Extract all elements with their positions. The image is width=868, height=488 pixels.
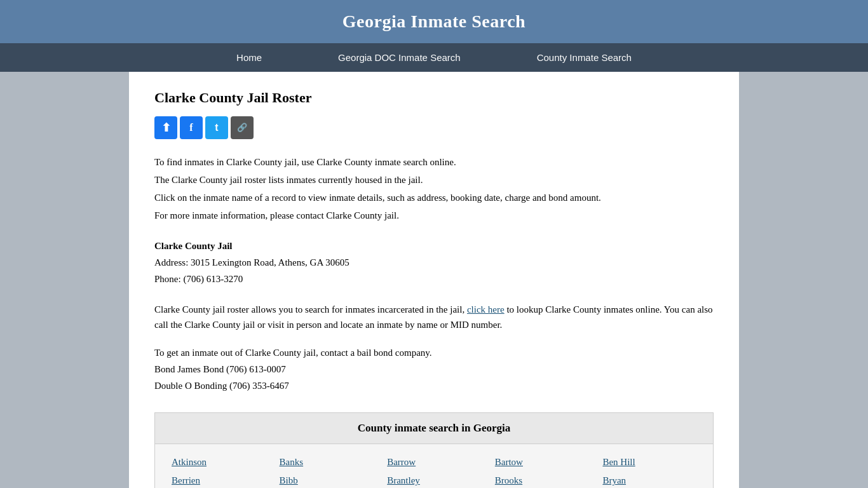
- county-grid: AtkinsonBanksBarrowBartowBen HillBerrien…: [155, 444, 713, 488]
- intro-line-4: For more inmate information, please cont…: [154, 208, 714, 223]
- app-header: Georgia Inmate Search: [0, 0, 868, 43]
- intro-line-1: To find inmates in Clarke County jail, u…: [154, 154, 714, 170]
- page-wrapper: Clarke County Jail Roster ⬆ f t 🔗 To fin…: [129, 72, 739, 488]
- county-link[interactable]: Banks: [276, 454, 377, 470]
- app-title: Georgia Inmate Search: [0, 11, 868, 32]
- intro-text: To find inmates in Clarke County jail, u…: [154, 154, 714, 223]
- county-link[interactable]: Bibb: [276, 473, 377, 488]
- county-link[interactable]: Bartow: [491, 454, 593, 470]
- county-link[interactable]: Bryan: [599, 473, 700, 488]
- bond-intro: To get an inmate out of Clarke County ja…: [154, 345, 714, 360]
- twitter-button[interactable]: t: [205, 116, 228, 139]
- click-here-link[interactable]: click here: [467, 304, 505, 315]
- jail-info: Clarke County Jail Address: 3015 Lexingt…: [154, 238, 714, 287]
- intro-line-3: Click on the inmate name of a record to …: [154, 190, 714, 205]
- bond-company-2: Double O Bonding (706) 353-6467: [154, 378, 714, 393]
- nav-county-search[interactable]: County Inmate Search: [499, 43, 670, 72]
- jail-phone: Phone: (706) 613-3270: [154, 271, 714, 287]
- county-link[interactable]: Brantley: [383, 473, 485, 488]
- lookup-text: Clarke County jail roster allows you to …: [154, 302, 714, 332]
- nav-doc-search[interactable]: Georgia DOC Inmate Search: [300, 43, 499, 72]
- link-icon: 🔗: [237, 123, 247, 133]
- jail-address: Address: 3015 Lexington Road, Athens, GA…: [154, 255, 714, 270]
- twitter-icon: t: [215, 122, 218, 133]
- county-link[interactable]: Barrow: [383, 454, 485, 470]
- bond-company-1: Bond James Bond (706) 613-0007: [154, 362, 714, 377]
- facebook-icon: f: [189, 122, 193, 133]
- share-button[interactable]: ⬆: [154, 116, 177, 139]
- county-link[interactable]: Berrien: [168, 473, 269, 488]
- nav-home[interactable]: Home: [198, 43, 300, 72]
- facebook-button[interactable]: f: [180, 116, 203, 139]
- share-icon: ⬆: [161, 121, 171, 135]
- intro-line-2: The Clarke County jail roster lists inma…: [154, 172, 714, 187]
- copy-link-button[interactable]: 🔗: [231, 116, 254, 139]
- county-link[interactable]: Brooks: [491, 473, 593, 488]
- page-title: Clarke County Jail Roster: [154, 90, 714, 106]
- bond-info: To get an inmate out of Clarke County ja…: [154, 345, 714, 393]
- county-link[interactable]: Ben Hill: [599, 454, 700, 470]
- county-search-title: County inmate search in Georgia: [155, 413, 713, 444]
- lookup-paragraph: Clarke County jail roster allows you to …: [154, 302, 714, 332]
- county-link[interactable]: Atkinson: [168, 454, 269, 470]
- county-search-section: County inmate search in Georgia Atkinson…: [154, 412, 714, 488]
- lookup-text-before: Clarke County jail roster allows you to …: [154, 304, 465, 315]
- jail-name: Clarke County Jail: [154, 238, 714, 254]
- nav-bar: Home Georgia DOC Inmate Search County In…: [0, 43, 868, 72]
- social-buttons: ⬆ f t 🔗: [154, 116, 714, 139]
